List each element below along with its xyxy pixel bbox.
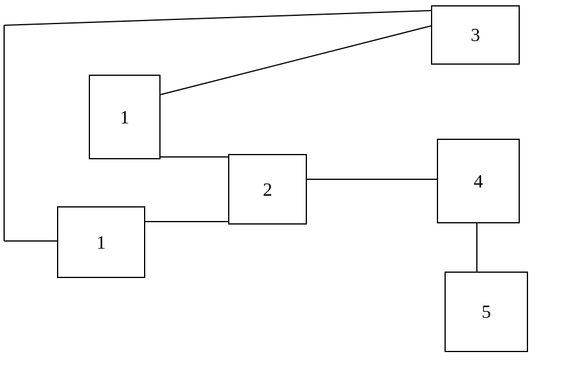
node-2: 2 [228,154,307,225]
node-label: 4 [474,170,483,192]
node-4: 4 [437,139,520,223]
node-1b: 1 [57,206,145,278]
node-label: 1 [96,232,106,253]
node-5: 5 [445,272,528,352]
node-label: 2 [263,179,272,200]
edge-line [158,26,431,95]
node-label: 5 [482,301,491,323]
node-1a: 1 [89,75,161,159]
node-label: 3 [471,24,480,46]
node-label: 1 [120,106,129,128]
edge-line [4,11,431,25]
node-3: 3 [431,5,520,65]
